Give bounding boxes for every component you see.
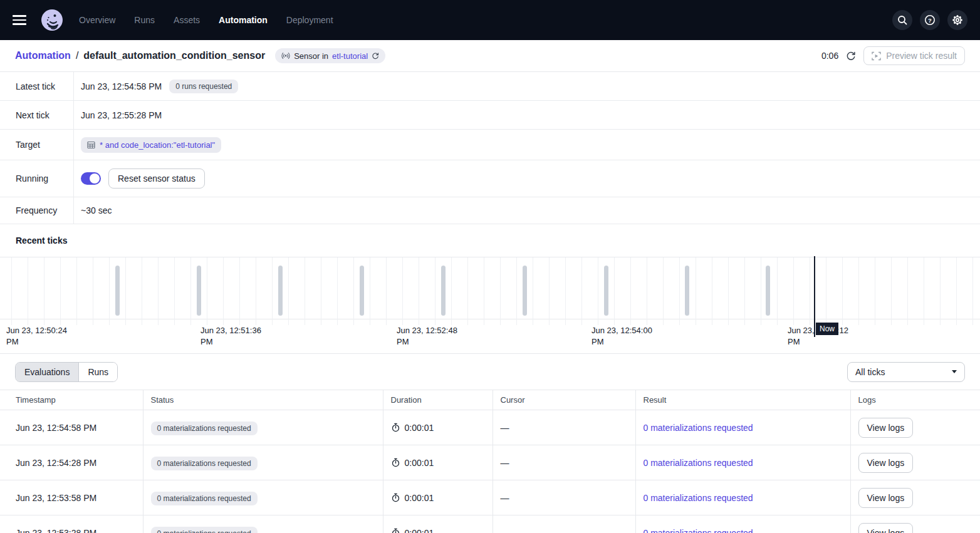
tick-bar[interactable] [278,266,283,316]
settings-gear-icon[interactable] [947,10,967,30]
duration-value: 0:00:01 [405,423,434,433]
tick-bar[interactable] [604,266,608,316]
duration-value: 0:00:01 [405,528,434,533]
timeline-gridline [93,257,93,325]
status-badge: 0 materializations requested [151,422,258,435]
target-selection-chip[interactable]: * and code_location:"etl-tutorial" [81,137,221,153]
sensor-badge-location-link[interactable]: etl-tutorial [332,51,368,61]
timeline-axis-label: Jun 23, 12:51:36PM [201,325,261,348]
timeline-gridline [956,257,957,325]
timeline-gridline [842,257,843,325]
tick-timeline[interactable]: Now [0,257,980,319]
table-row: Jun 23, 12:53:28 PM0 materializations re… [0,515,980,533]
tick-bar[interactable] [523,266,527,316]
timeline-gridline [516,257,517,325]
sensor-icon [281,51,290,60]
timeline-gridline [647,257,647,325]
tick-bar[interactable] [685,266,689,316]
nav-links: OverviewRunsAssetsAutomationDeployment [79,15,333,25]
tick-bar[interactable] [197,266,201,316]
timeline-gridline [28,257,28,325]
latest-tick-label: Latest tick [0,72,74,100]
timeline-gridline [712,257,712,325]
result-link[interactable]: 0 materializations requested [644,458,753,468]
refresh-icon[interactable] [846,51,856,61]
running-toggle[interactable] [81,172,101,185]
timeline-gridline [76,257,77,325]
result-link[interactable]: 0 materializations requested [644,528,753,533]
cell-timestamp: Jun 23, 12:54:28 PM [0,445,143,480]
timeline-gridline [174,257,175,325]
nav-item-deployment[interactable]: Deployment [286,15,333,25]
view-logs-button[interactable]: View logs [858,523,914,533]
view-logs-button[interactable]: View logs [858,453,914,473]
table-row: Jun 23, 12:53:58 PM0 materializations re… [0,480,980,515]
page-title: default_automation_condition_sensor [83,50,265,61]
timeline-gridline [907,257,908,325]
cell-cursor: — [493,410,635,445]
timeline-gridline [793,257,794,325]
timeline-gridline [223,257,224,325]
preview-play-icon [872,51,881,61]
detail-row-running: Running Reset sensor status [0,160,980,197]
timeline-gridline [109,257,110,325]
badge-refresh-icon[interactable] [372,52,379,60]
timeline-gridline [744,257,745,325]
timeline-gridline [924,257,924,325]
cell-status: 0 materializations requested [143,445,383,480]
status-badge: 0 materializations requested [151,492,258,505]
tick-bar[interactable] [766,266,770,316]
timeline-gridline [891,257,892,325]
tick-filter-dropdown[interactable]: All ticks [847,362,965,382]
timeline-gridline [858,257,859,325]
timeline-gridline [207,257,207,325]
timeline-gridline [142,257,142,325]
timeline-gridline [761,257,761,325]
tick-bar[interactable] [441,266,446,316]
sensor-location-badge: Sensor in etl-tutorial [275,48,385,63]
stopwatch-icon [391,458,400,467]
detail-row-frequency: Frequency ~30 sec [0,197,980,224]
next-tick-value: Jun 23, 12:55:28 PM [81,110,162,120]
table-row: Jun 23, 12:54:28 PM0 materializations re… [0,445,980,480]
tab-evaluations[interactable]: Evaluations [16,363,78,381]
page-header: Automation / default_automation_conditio… [0,40,980,72]
header-actions: 0:06 Preview tick result [821,46,965,65]
nav-item-assets[interactable]: Assets [174,15,200,25]
nav-item-automation[interactable]: Automation [219,15,268,25]
view-logs-button[interactable]: View logs [858,488,914,508]
hamburger-menu-icon[interactable] [13,13,28,28]
timeline-gridline [500,257,501,325]
cell-result: 0 materializations requested [635,515,850,533]
timeline-gridline [565,257,566,325]
nav-item-overview[interactable]: Overview [79,15,115,25]
preview-tick-result-button[interactable]: Preview tick result [863,46,965,65]
timeline-gridline [581,257,582,325]
timeline-gridline [696,257,696,325]
cell-logs: View logs [850,480,980,515]
help-icon[interactable]: ? [920,10,940,30]
latest-tick-status-badge: 0 runs requested [169,80,238,93]
tab-runs[interactable]: Runs [78,363,117,381]
tick-bar[interactable] [360,266,364,316]
search-icon[interactable] [892,10,912,30]
timeline-axis-label: Jun 23, 12:54:00PM [592,325,652,348]
status-badge: 0 materializations requested [151,457,258,470]
timeline-gridline [663,257,664,325]
dagster-logo[interactable] [41,9,63,31]
breadcrumb-automation-link[interactable]: Automation [15,50,71,61]
stopwatch-icon [391,493,400,502]
chevron-down-icon [952,370,957,373]
timeline-gridline [44,257,44,325]
result-link[interactable]: 0 materializations requested [644,493,753,503]
tick-filter-value: All ticks [855,367,885,377]
tick-bar[interactable] [115,266,120,316]
cell-status: 0 materializations requested [143,410,383,445]
timeline-gridline [533,257,533,325]
nav-item-runs[interactable]: Runs [134,15,155,25]
result-link[interactable]: 0 materializations requested [644,423,753,433]
view-logs-button[interactable]: View logs [858,418,914,438]
reset-sensor-status-button[interactable]: Reset sensor status [108,168,205,189]
timeline-gridline [190,257,191,325]
timeline-gridline [630,257,631,325]
